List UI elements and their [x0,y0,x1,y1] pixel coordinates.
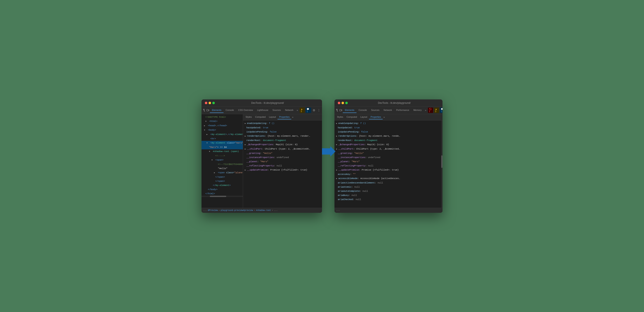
close-button-front[interactable] [338,102,340,104]
tab-computed-front[interactable]: Computed [345,115,359,119]
prop-renderOptions-back[interactable]: ▶ renderOptions: {host: my-element.mars,… [243,134,322,138]
prop-ariaChecked-front[interactable]: ariaChecked: null [334,197,442,202]
dom-line-my-element-close[interactable]: </my-element> [202,183,243,187]
prop-childPart-front[interactable]: ▶ __childPart: ChildPart {type: 2, _$com… [334,147,442,151]
prop-instanceProps-front[interactable]: __instanceProperties: undefined [334,155,442,160]
prop-greeting-back[interactable]: __greeting: "Hello" [243,151,322,155]
prop-accessibleNode-front[interactable]: ▶ accessibleNode: AccessibleNode {active… [334,176,442,181]
inspector-icon[interactable] [203,108,206,113]
props-scrollbar-thumb-front[interactable] [441,155,442,168]
dom-line-head[interactable]: <head>…</head> [202,123,243,128]
toolbar-tabs-back: Elements Console CSS Overview Lighthouse… [210,107,299,113]
tab-more-back[interactable]: » [296,108,299,113]
close-button[interactable] [205,102,207,104]
tab-css-overview-back[interactable]: CSS Overview [236,107,255,113]
tab-elements-front[interactable]: Elements [343,107,356,113]
prop-renderRoot-front[interactable]: renderRoot: document-fragment [334,138,442,142]
status-dots-start: ... [203,209,207,212]
more-icon-back[interactable]: ⋮ [317,108,321,113]
prop-accessKey-front[interactable]: accessKey: "" [334,172,442,176]
prop-hasUpdated-back[interactable]: hasUpdated: true [243,126,322,130]
tab-styles-back[interactable]: Styles [244,115,254,119]
dom-line-span-outer[interactable]: <span> [202,158,243,162]
dom-line-span-close-1[interactable]: </span> [202,175,243,179]
maximize-button[interactable] [212,102,215,104]
prop-ariaAutoComplete-front[interactable]: ariaAutoComplete: null [334,189,442,193]
panel-tab-more-back[interactable]: » [291,115,294,119]
dom-line-shadow-root[interactable]: #shadow-root (open) [202,149,243,154]
prop-renderOptions-front[interactable]: ▶ renderOptions: {host: my-element.mars,… [334,134,442,138]
tab-network-front[interactable]: Network [382,107,394,113]
dom-line-comment-lit[interactable]: <!--?lit$927534869$--> [202,162,243,167]
dom-line-span-planet[interactable]: <span class="planet">… [202,171,243,175]
tab-sources-back[interactable]: Sources [270,107,283,113]
prop-updatePromise-back[interactable]: ▶ __updatePromise: Promise {<fulfilled>:… [243,168,322,172]
prop-enableUpdating-back[interactable]: ▶ enableUpdating: f () [243,121,322,126]
tab-sources-front[interactable]: Sources [369,107,382,113]
tab-properties-front[interactable]: Properties [369,115,383,119]
tab-computed-back[interactable]: Computed [254,115,267,119]
screenshot-container: DevTools - lit.dev/playground/ Elements … [202,99,442,213]
prop-greeting-front[interactable]: __greeting: "Hello" [334,151,442,155]
dom-line-html-close[interactable]: </html> [202,192,243,196]
minimize-button[interactable] [208,102,211,104]
prop-updatePromise-front[interactable]: ▶ __updatePromise: Promise {<fulfilled>:… [334,168,442,172]
dom-line-my-element-selected-2[interactable]: "Mars"> == $0 [202,145,243,149]
prop-ariaActiveDesc-front[interactable]: ariaActiveDescendantElement: null [334,181,442,185]
tab-more-front[interactable]: » [424,108,428,113]
dom-line-body-close[interactable]: </body> [202,187,243,192]
tab-elements-back[interactable]: Elements [210,107,224,113]
dom-line-comment-empty[interactable]: <!----> [202,154,243,158]
prop-ariaAtomic-front[interactable]: ariaAtomic: null [334,185,442,189]
prop-isUpdatePending-back[interactable]: isUpdatePending: false [243,130,322,134]
prop-hasUpdated-front[interactable]: hasUpdated: true [334,126,442,130]
status-dpreview[interactable]: dPreview [208,209,218,212]
dom-line-hello-text[interactable]: "Hello" [202,167,243,171]
inspector-icon-front[interactable] [336,108,339,113]
tab-console-front[interactable]: Console [356,107,369,113]
maximize-button-front[interactable] [345,102,348,104]
tab-performance-front[interactable]: Performance [394,107,411,113]
tab-console-back[interactable]: Console [224,107,236,113]
svg-rect-5 [340,109,341,111]
dom-scrollbar-h[interactable] [202,196,243,197]
dom-scrollbar-thumb[interactable] [210,196,226,197]
tab-memory-front[interactable]: Memory [411,107,424,113]
prop-changedProps-front[interactable]: ▶ _$changedProperties: Map(0) {size: 0} [334,142,442,147]
prop-ariaBusy-front[interactable]: ariaBusy: null [334,193,442,197]
tab-lighthouse-back[interactable]: Lighthouse [255,107,270,113]
dom-line-span-close-2[interactable]: </span> [202,179,243,183]
prop-renderRoot-back[interactable]: renderRoot: document-fragment [243,138,322,142]
dom-line-doctype[interactable]: <!DOCTYPE html> [202,115,243,119]
props-scrollbar-front[interactable] [441,120,442,208]
status-shadow-root[interactable]: #shadow-root [256,209,271,212]
dom-line-body[interactable]: <body> [202,128,243,132]
dom-line-my-element-selected[interactable]: <my-element class="mars" planet= [202,141,243,145]
panel-tab-more-front[interactable]: » [383,115,386,119]
tab-layout-back[interactable]: Layout [267,115,278,119]
prop-enableUpdating-front[interactable]: ▶ enableUpdating: f () [334,121,442,126]
tab-layout-front[interactable]: Layout [359,115,369,119]
device-icon-front[interactable] [340,108,342,113]
status-playground-preview[interactable]: playground-preview#preview [220,209,253,212]
badge-info-back: 💬 1 [306,107,311,113]
dom-line-my-element-1[interactable]: <my-element>…</my-element> [202,132,243,137]
panel-tabs-front: Styles Computed Layout Properties » [334,114,442,120]
tab-styles-front[interactable]: Styles [335,115,345,119]
tab-network-back[interactable]: Network [283,107,296,113]
dom-line-html[interactable]: <html> [202,119,243,123]
prop-childPart-back[interactable]: ▶ __childPart: ChildPart {type: 2, _$com… [243,147,322,151]
prop-isUpdatePending-front[interactable]: isUpdatePending: false [334,130,442,134]
prop-planet-front[interactable]: __planet: "Mars" [334,160,442,164]
prop-changedProps-back[interactable]: ▶ _$changedProperties: Map(0) {size: 0} [243,142,322,147]
prop-instanceProps-back[interactable]: __instanceProperties: undefined [243,155,322,160]
prop-reflectingProp-back[interactable]: __reflectingProperty: null [243,164,322,168]
settings-icon-back[interactable]: ⚙ [312,108,316,113]
tab-properties-back[interactable]: Properties [278,115,291,119]
device-icon[interactable] [206,108,210,113]
prop-planet-back[interactable]: __planet: "Mars" [243,160,322,164]
minimize-button-front[interactable] [342,102,344,104]
prop-reflectingProp-front[interactable]: __reflectingProperty: null [334,164,442,168]
dom-line-hr[interactable]: <hr> [202,137,243,141]
status-bar-back: ... dPreview › playground-preview#previe… [202,208,322,213]
